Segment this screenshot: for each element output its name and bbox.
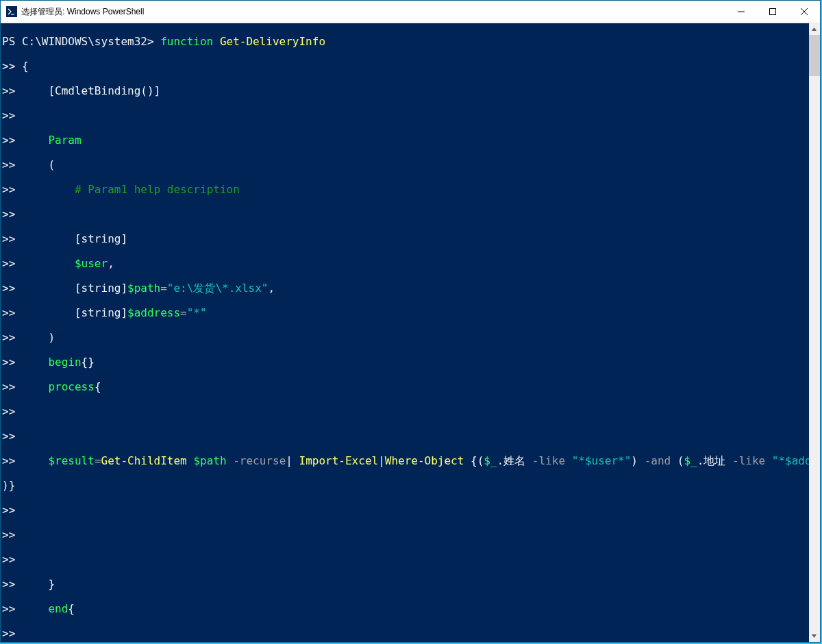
scroll-up-button[interactable] — [809, 23, 820, 35]
powershell-window: 选择管理员: Windows PowerShell PS C:\WINDOWS\… — [0, 0, 821, 643]
kw-param: Param — [48, 134, 81, 147]
maximize-button[interactable] — [757, 1, 788, 23]
path-literal: "e:\发货\*.xlsx" — [167, 282, 269, 295]
console-output[interactable]: PS C:\WINDOWS\system32> function Get-Del… — [1, 23, 809, 642]
client-area: PS C:\WINDOWS\system32> function Get-Del… — [1, 23, 820, 642]
var-path: $path — [127, 282, 160, 295]
close-button[interactable] — [788, 1, 820, 23]
var-address: $address — [127, 306, 180, 319]
addr-literal: "*" — [187, 306, 207, 319]
par-recurse: -recurse — [233, 454, 286, 467]
svg-rect-1 — [770, 9, 776, 15]
kw-end: end — [48, 602, 68, 615]
cmd-import-excel: Import-Excel — [299, 454, 379, 467]
scroll-track[interactable] — [809, 35, 820, 630]
vertical-scrollbar[interactable] — [809, 23, 820, 642]
kw-begin: begin — [48, 356, 81, 369]
param-comment: # Param1 help description — [75, 183, 240, 196]
powershell-icon — [6, 6, 17, 17]
cmd-where-object: Where-Object — [385, 454, 464, 467]
titlebar[interactable]: 选择管理员: Windows PowerShell — [1, 1, 820, 23]
scroll-down-button[interactable] — [809, 630, 820, 642]
kw-process: process — [48, 380, 94, 393]
var-user: $user — [75, 257, 108, 270]
cmdletbinding: [CmdletBinding()] — [48, 84, 160, 97]
kw-function: function — [160, 35, 213, 48]
minimize-button[interactable] — [725, 1, 757, 23]
var-result: $result — [48, 454, 94, 467]
prompt: PS C:\WINDOWS\system32> — [2, 35, 160, 48]
fn-name: Get-DeliveryInfo — [220, 35, 325, 48]
scroll-thumb[interactable] — [809, 35, 820, 76]
window-title: 选择管理员: Windows PowerShell — [21, 6, 144, 18]
cmd-gci: Get-ChildItem — [101, 454, 187, 467]
svg-rect-0 — [7, 7, 16, 16]
